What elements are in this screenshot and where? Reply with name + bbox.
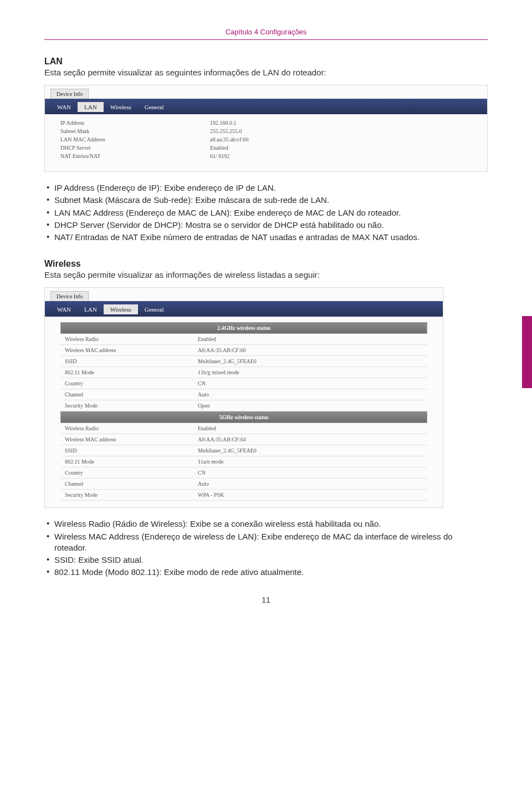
status-label: Wireless Radio — [65, 336, 198, 342]
status-label: Wireless Radio — [65, 425, 198, 431]
list-item: Wireless MAC Address (Endereço de wirele… — [44, 531, 488, 554]
status-row: SSIDMultilaser_2.4G_5FEAE0 — [60, 356, 427, 367]
status-row: ChannelAuto — [60, 389, 427, 400]
tab-wan[interactable]: WAN — [50, 304, 78, 314]
lan-row-value: a8:aa:35:ab:cf:60 — [210, 136, 248, 143]
status-label: Wireless MAC address — [65, 347, 198, 353]
status-row: CountryCN — [60, 378, 427, 389]
tab-wan[interactable]: WAN — [50, 102, 78, 112]
status-value: Enabled — [198, 425, 216, 431]
status-row: Wireless MAC addressA8:AA:35:AB:CF:64 — [60, 434, 427, 445]
list-item: DHCP Server (Servidor de DHCP): Mostra s… — [44, 219, 488, 231]
status-row: Security ModeWPA - PSK — [60, 490, 427, 501]
lan-row: NAT Entries/NAT 61/ 8192 — [45, 152, 487, 160]
lan-row: IP Address 192.168.0.1 — [45, 119, 487, 127]
status-value: WPA - PSK — [198, 492, 224, 498]
lan-row-label: LAN MAC Address — [60, 136, 210, 143]
lan-row-value: Enabled — [210, 145, 228, 151]
list-item: 802.11 Mode (Modo 802.11): Exibe modo de… — [44, 566, 488, 578]
wireless-24-header: 2.4GHz wireless status — [60, 322, 427, 334]
lan-row-value: 192.168.0.1 — [210, 120, 237, 126]
chapter-header: Capítulo 4 Configurações — [44, 28, 488, 36]
status-row: ChannelAuto — [60, 479, 427, 490]
list-item: NAT/ Entradas de NAT Exibe número de ent… — [44, 231, 488, 243]
status-value: 11b/g mixed mode — [198, 369, 239, 375]
lan-row-label: IP Address — [60, 120, 210, 126]
status-value: Auto — [198, 391, 209, 398]
tab-general[interactable]: General — [138, 102, 171, 112]
status-value: A8:AA:35:AB:CF:64 — [198, 436, 246, 442]
status-value: Open — [198, 403, 210, 409]
tab-wireless[interactable]: Wireless — [104, 304, 138, 314]
status-value: CN — [198, 380, 206, 386]
lan-row-label: DHCP Server — [60, 145, 210, 151]
list-item: Wireless Radio (Rádio de Wireless): Exib… — [44, 518, 488, 530]
tab-lan[interactable]: LAN — [78, 102, 104, 112]
list-item: Subnet Mask (Máscara de Sub-rede): Exibe… — [44, 194, 488, 206]
tab-general[interactable]: General — [138, 304, 171, 314]
list-item: SSID: Exibe SSID atual. — [44, 554, 488, 566]
lan-tab-bar: WAN LAN Wireless General — [45, 99, 487, 114]
lan-row: LAN MAC Address a8:aa:35:ab:cf:60 — [45, 135, 487, 144]
status-label: Country — [65, 380, 198, 386]
status-value: Multilaser_2.4G_5FEAE0 — [198, 358, 257, 364]
lan-row-value: 61/ 8192 — [210, 153, 229, 159]
status-row: SSIDMultilaser_2.4G_5FEAE0 — [60, 445, 427, 456]
status-value: 11a/n mode — [198, 459, 224, 465]
status-label: SSID — [65, 358, 198, 364]
status-label: Security Mode — [65, 492, 198, 498]
status-row: Wireless RadioEnabled — [60, 334, 427, 345]
lan-row: Subnet Mask 255.255.255.0 — [45, 127, 487, 135]
lan-screenshot: Device Info WAN LAN Wireless General IP … — [44, 85, 488, 172]
lan-info-table: IP Address 192.168.0.1 Subnet Mask 255.2… — [45, 114, 487, 171]
wireless-tab-bar: WAN LAN Wireless General — [45, 301, 443, 317]
header-divider — [44, 39, 488, 40]
status-label: Wireless MAC address — [65, 436, 198, 442]
status-row: Wireless RadioEnabled — [60, 423, 427, 434]
list-item: LAN MAC Address (Endereço de MAC de LAN)… — [44, 207, 488, 219]
device-info-tab[interactable]: Device Info — [50, 89, 89, 99]
status-value: Auto — [198, 481, 209, 487]
status-value: A8:AA:35:AB:CF:60 — [198, 347, 246, 353]
wireless-bullet-list: Wireless Radio (Rádio de Wireless): Exib… — [44, 518, 488, 578]
status-row: Wireless MAC addressA8:AA:35:AB:CF:60 — [60, 345, 427, 356]
status-label: Country — [65, 470, 198, 476]
status-value: Enabled — [198, 336, 216, 342]
status-row: 802.11 Mode11a/n mode — [60, 456, 427, 467]
device-info-tab[interactable]: Device Info — [50, 291, 89, 301]
wireless-5-header: 5GHz wireless status — [60, 411, 427, 423]
status-label: SSID — [65, 447, 198, 454]
tab-lan[interactable]: LAN — [78, 304, 104, 314]
side-tab-decoration — [522, 316, 532, 388]
status-value: CN — [198, 470, 206, 476]
wireless-intro: Esta seção permite visualizar as informa… — [44, 270, 488, 279]
tab-wireless[interactable]: Wireless — [104, 102, 138, 112]
status-row: Security ModeOpen — [60, 400, 427, 411]
status-label: Security Mode — [65, 403, 198, 409]
wireless-24-table: 2.4GHz wireless status Wireless RadioEna… — [60, 322, 427, 501]
status-label: 802.11 Mode — [65, 459, 198, 465]
wireless-heading: Wireless — [44, 259, 488, 269]
lan-intro: Esta seção permite visualizar as seguint… — [44, 68, 488, 77]
wireless-screenshot: Device Info WAN LAN Wireless General 2.4… — [44, 287, 443, 508]
lan-row-label: Subnet Mask — [60, 128, 210, 134]
lan-row: DHCP Server Enabled — [45, 144, 487, 152]
status-label: Channel — [65, 391, 198, 398]
status-value: Multilaser_2.4G_5FEAE0 — [198, 447, 257, 454]
status-row: 802.11 Mode11b/g mixed mode — [60, 367, 427, 378]
lan-heading: LAN — [44, 57, 488, 67]
lan-row-value: 255.255.255.0 — [210, 128, 242, 134]
lan-row-label: NAT Entries/NAT — [60, 153, 210, 159]
status-label: Channel — [65, 481, 198, 487]
list-item: IP Address (Endereço de IP): Exibe ender… — [44, 182, 488, 194]
status-row: CountryCN — [60, 467, 427, 479]
lan-bullet-list: IP Address (Endereço de IP): Exibe ender… — [44, 182, 488, 243]
status-label: 802.11 Mode — [65, 369, 198, 375]
page-number: 11 — [44, 596, 488, 604]
